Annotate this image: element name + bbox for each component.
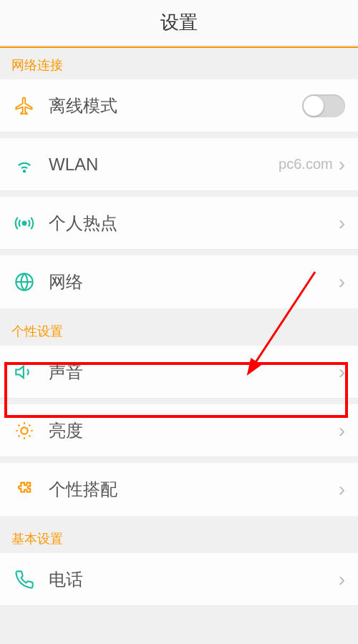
airplane-icon — [13, 94, 36, 117]
theme-label: 个性搭配 — [49, 478, 339, 501]
sound-item[interactable]: 声音 › — [0, 346, 358, 399]
network-list: 离线模式 WLAN pc6.com › 个人热点 › — [0, 79, 358, 308]
toggle-knob — [304, 96, 324, 116]
chevron-right-icon: › — [339, 568, 345, 591]
basic-list: 电话 › — [0, 553, 358, 606]
sound-label: 声音 — [49, 361, 339, 384]
wifi-icon — [13, 153, 36, 176]
airplane-toggle[interactable] — [302, 94, 345, 117]
hotspot-icon — [13, 212, 36, 235]
wlan-item[interactable]: WLAN pc6.com › — [0, 138, 358, 191]
personal-list: 声音 › 亮度 › 个性搭配 › — [0, 346, 358, 516]
svg-point-3 — [21, 427, 27, 434]
chevron-right-icon: › — [339, 212, 345, 235]
svg-point-0 — [24, 170, 25, 172]
chevron-right-icon: › — [339, 419, 345, 442]
airplane-label: 离线模式 — [49, 94, 302, 117]
wlan-value: pc6.com — [279, 156, 333, 172]
airplane-mode-item[interactable]: 离线模式 — [0, 79, 358, 132]
puzzle-icon — [13, 478, 36, 501]
network-item[interactable]: 网络 › — [0, 255, 358, 308]
chevron-right-icon: › — [339, 153, 345, 176]
phone-item[interactable]: 电话 › — [0, 553, 358, 606]
chevron-right-icon: › — [339, 478, 345, 501]
section-basic-header: 基本设置 — [0, 522, 358, 553]
sound-icon — [13, 361, 36, 384]
section-personal-header: 个性设置 — [0, 314, 358, 346]
phone-icon — [13, 568, 36, 591]
theme-item[interactable]: 个性搭配 › — [0, 463, 358, 516]
wlan-label: WLAN — [49, 155, 279, 175]
svg-point-1 — [23, 221, 26, 225]
hotspot-label: 个人热点 — [49, 212, 339, 235]
globe-icon — [13, 270, 36, 293]
brightness-item[interactable]: 亮度 › — [0, 404, 358, 457]
chevron-right-icon: › — [339, 270, 345, 293]
header: 设置 — [0, 0, 358, 47]
brightness-label: 亮度 — [49, 419, 339, 442]
page-title: 设置 — [160, 10, 198, 35]
brightness-icon — [13, 419, 36, 442]
section-network-header: 网络连接 — [0, 48, 358, 79]
phone-label: 电话 — [49, 568, 339, 591]
chevron-right-icon: › — [339, 361, 345, 384]
hotspot-item[interactable]: 个人热点 › — [0, 197, 358, 250]
network-label: 网络 — [49, 270, 339, 293]
